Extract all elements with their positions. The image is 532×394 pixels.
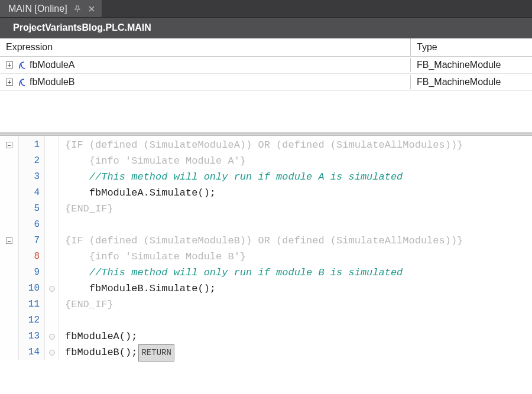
variable-name: fbModuleA — [30, 60, 75, 70]
breadcrumb-path: ProjectVariantsBlog.PLC.MAIN — [13, 22, 151, 32]
breakpoint-marker-icon[interactable] — [49, 286, 55, 292]
code-line[interactable]: fbModuleA(); — [65, 328, 532, 344]
line-number: 2 — [19, 153, 44, 169]
column-header-type[interactable]: Type — [411, 38, 532, 56]
fold-gutter[interactable] — [0, 136, 19, 360]
line-number: 7 — [19, 233, 44, 249]
code-line[interactable]: //This method will only run if module A … — [65, 169, 532, 185]
table-row[interactable]: fbModuleA FB_MachineModule — [0, 57, 532, 74]
line-number: 14 — [19, 344, 44, 360]
function-block-icon — [18, 78, 26, 86]
code-line[interactable]: {info 'Simulate Module A'} — [65, 153, 532, 169]
line-number: 3 — [19, 169, 44, 185]
tab-bar: MAIN [Online] — [0, 0, 532, 18]
code-line[interactable]: fbModuleB.Simulate(); — [65, 281, 532, 297]
code-line[interactable]: fbModuleA.Simulate(); — [65, 185, 532, 201]
line-number: 6 — [19, 217, 44, 233]
line-number: 1 — [19, 137, 44, 153]
code-editor[interactable]: 1234567891011121314 {IF (defined (Simula… — [0, 136, 532, 360]
code-line[interactable]: {END_IF} — [65, 201, 532, 217]
code-line[interactable]: {info 'Simulate Module B'} — [65, 249, 532, 265]
breakpoint-marker-icon[interactable] — [49, 334, 55, 340]
line-number: 12 — [19, 312, 44, 328]
line-number: 9 — [19, 265, 44, 281]
code-line[interactable]: {IF (defined (SimulateModuleB)) OR (defi… — [65, 233, 532, 249]
code-line[interactable]: fbModuleB();RETURN — [65, 344, 532, 360]
line-number: 10 — [19, 281, 44, 297]
breakpoint-gutter[interactable] — [45, 136, 59, 360]
pin-icon[interactable] — [73, 5, 82, 13]
variable-type: FB_MachineModule — [411, 75, 532, 89]
fold-toggle-icon[interactable] — [6, 142, 12, 148]
expand-icon[interactable] — [6, 79, 13, 86]
variable-name: fbModuleB — [30, 77, 75, 87]
return-badge: RETURN — [138, 344, 174, 362]
line-number: 11 — [19, 297, 44, 312]
breakpoint-marker-icon[interactable] — [49, 350, 55, 356]
variable-type: FB_MachineModule — [411, 58, 532, 72]
declaration-header: Expression Type — [0, 38, 532, 57]
expand-icon[interactable] — [6, 61, 13, 69]
code-area[interactable]: {IF (defined (SimulateModuleA)) OR (defi… — [59, 136, 532, 360]
line-number: 4 — [19, 185, 44, 201]
column-header-expression[interactable]: Expression — [0, 38, 411, 56]
breadcrumb: ProjectVariantsBlog.PLC.MAIN — [0, 18, 532, 38]
line-number: 8 — [19, 249, 44, 265]
code-line[interactable]: {END_IF} — [65, 297, 532, 312]
fold-toggle-icon[interactable] — [6, 237, 12, 244]
line-number-gutter: 1234567891011121314 — [19, 136, 45, 360]
declaration-panel: Expression Type fbModuleA FB_MachineModu… — [0, 38, 532, 133]
tab-main-online[interactable]: MAIN [Online] — [0, 0, 102, 17]
code-line[interactable] — [65, 217, 532, 233]
close-icon[interactable] — [87, 5, 96, 13]
code-line[interactable]: //This method will only run if module B … — [65, 265, 532, 281]
line-number: 13 — [19, 328, 44, 344]
line-number: 5 — [19, 201, 44, 217]
code-line[interactable]: {IF (defined (SimulateModuleA)) OR (defi… — [65, 137, 532, 153]
tab-title: MAIN [Online] — [8, 4, 67, 14]
declaration-spacer — [0, 91, 532, 132]
table-row[interactable]: fbModuleB FB_MachineModule — [0, 74, 532, 91]
code-line[interactable] — [65, 312, 532, 328]
function-block-icon — [18, 61, 26, 69]
